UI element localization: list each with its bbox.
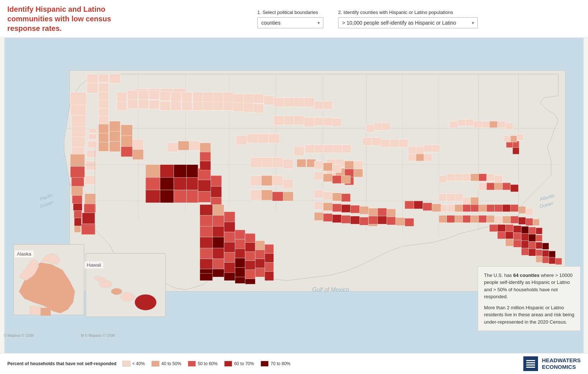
svg-rect-30 bbox=[88, 141, 97, 148]
svg-rect-149 bbox=[416, 147, 424, 154]
svg-rect-270 bbox=[116, 101, 127, 110]
svg-rect-38 bbox=[71, 147, 84, 154]
svg-rect-154 bbox=[424, 154, 432, 161]
svg-rect-141 bbox=[372, 138, 381, 146]
map-area: Gulf of Mexico Atlantic Ocean Pacific Oc… bbox=[0, 38, 588, 353]
svg-rect-280 bbox=[223, 92, 233, 101]
svg-rect-242 bbox=[272, 175, 283, 186]
svg-rect-290 bbox=[254, 104, 264, 113]
svg-rect-28 bbox=[86, 161, 96, 170]
svg-rect-266 bbox=[160, 92, 171, 101]
svg-rect-150 bbox=[424, 145, 432, 152]
svg-text:Gulf of Mexico: Gulf of Mexico bbox=[312, 286, 349, 293]
svg-rect-228 bbox=[528, 242, 536, 249]
svg-rect-320 bbox=[359, 206, 369, 214]
svg-rect-66 bbox=[160, 165, 174, 177]
svg-rect-179 bbox=[447, 174, 455, 181]
svg-rect-245 bbox=[261, 157, 272, 168]
svg-rect-246 bbox=[272, 157, 283, 168]
svg-rect-310 bbox=[341, 175, 351, 184]
legend-item: 60 to 70% bbox=[224, 361, 254, 367]
svg-rect-313 bbox=[332, 193, 341, 201]
svg-rect-272 bbox=[138, 99, 148, 108]
svg-rect-243 bbox=[283, 179, 293, 189]
svg-rect-155 bbox=[450, 121, 458, 128]
svg-rect-17 bbox=[71, 186, 83, 196]
svg-rect-24 bbox=[84, 204, 96, 213]
svg-rect-267 bbox=[171, 92, 181, 101]
svg-rect-215 bbox=[513, 225, 521, 233]
svg-rect-230 bbox=[542, 243, 549, 250]
svg-rect-104 bbox=[235, 268, 245, 277]
svg-rect-27 bbox=[85, 175, 96, 185]
svg-rect-39 bbox=[87, 74, 98, 83]
svg-rect-296 bbox=[284, 116, 294, 125]
svg-rect-108 bbox=[245, 261, 255, 270]
svg-rect-160 bbox=[490, 121, 498, 128]
svg-rect-220 bbox=[505, 232, 513, 239]
svg-rect-356 bbox=[526, 362, 535, 363]
legend-color-swatch bbox=[188, 361, 196, 367]
svg-rect-23 bbox=[85, 194, 96, 204]
svg-rect-107 bbox=[245, 252, 255, 261]
svg-rect-306 bbox=[332, 165, 341, 173]
svg-rect-120 bbox=[224, 273, 235, 281]
svg-rect-82 bbox=[200, 216, 212, 227]
boundaries-select[interactable]: counties tracts places bbox=[257, 17, 323, 28]
svg-rect-168 bbox=[517, 134, 524, 140]
svg-rect-263 bbox=[128, 90, 138, 100]
svg-rect-65 bbox=[146, 190, 160, 203]
svg-rect-64 bbox=[146, 177, 160, 190]
svg-rect-254 bbox=[258, 134, 269, 143]
legend-item-label: 50 to 60% bbox=[198, 361, 218, 366]
svg-rect-297 bbox=[294, 116, 304, 125]
svg-rect-152 bbox=[408, 154, 416, 161]
svg-rect-55 bbox=[121, 136, 133, 147]
svg-rect-305 bbox=[323, 163, 333, 171]
controls: 1. Select political boundaries counties … bbox=[154, 10, 581, 28]
svg-rect-332 bbox=[378, 216, 387, 224]
svg-rect-146 bbox=[374, 123, 383, 130]
svg-rect-40 bbox=[98, 74, 109, 82]
svg-rect-273 bbox=[149, 100, 159, 109]
boundaries-select-wrapper: counties tracts places ▼ bbox=[257, 17, 323, 28]
svg-rect-357 bbox=[526, 364, 535, 366]
svg-rect-32 bbox=[89, 128, 97, 133]
svg-rect-148 bbox=[408, 147, 416, 154]
svg-rect-257 bbox=[178, 141, 189, 150]
hawaii-label: Hawaii bbox=[85, 261, 103, 268]
svg-rect-159 bbox=[481, 121, 490, 128]
legend-item-label: < 40% bbox=[132, 361, 145, 366]
svg-rect-162 bbox=[505, 123, 513, 129]
svg-rect-217 bbox=[528, 227, 536, 234]
svg-rect-232 bbox=[528, 249, 536, 256]
svg-rect-308 bbox=[323, 174, 333, 182]
legend-title: Percent of households that have not self… bbox=[7, 361, 116, 366]
svg-rect-212 bbox=[490, 224, 498, 232]
svg-rect-43 bbox=[98, 83, 109, 92]
svg-rect-71 bbox=[174, 190, 186, 203]
svg-rect-37 bbox=[71, 137, 85, 147]
svg-rect-203 bbox=[471, 216, 479, 223]
svg-rect-213 bbox=[498, 224, 506, 232]
svg-rect-301 bbox=[314, 118, 323, 126]
svg-rect-36 bbox=[71, 127, 86, 137]
svg-rect-199 bbox=[439, 216, 447, 223]
svg-rect-211 bbox=[533, 219, 539, 226]
svg-rect-319 bbox=[351, 205, 360, 213]
population-select[interactable]: > 10,000 people self-identify as Hispani… bbox=[338, 17, 478, 28]
svg-rect-118 bbox=[200, 273, 212, 281]
svg-rect-15 bbox=[70, 167, 85, 178]
svg-rect-42 bbox=[87, 83, 98, 93]
svg-rect-143 bbox=[390, 139, 399, 147]
svg-rect-145 bbox=[366, 125, 374, 132]
svg-rect-295 bbox=[274, 116, 284, 125]
svg-rect-271 bbox=[128, 99, 138, 108]
svg-rect-183 bbox=[478, 174, 487, 181]
svg-rect-126 bbox=[324, 145, 333, 153]
svg-rect-172 bbox=[463, 197, 471, 204]
svg-rect-234 bbox=[542, 250, 549, 257]
legend-color-swatch bbox=[151, 361, 159, 367]
svg-rect-41 bbox=[110, 74, 121, 83]
svg-rect-83 bbox=[200, 226, 212, 237]
